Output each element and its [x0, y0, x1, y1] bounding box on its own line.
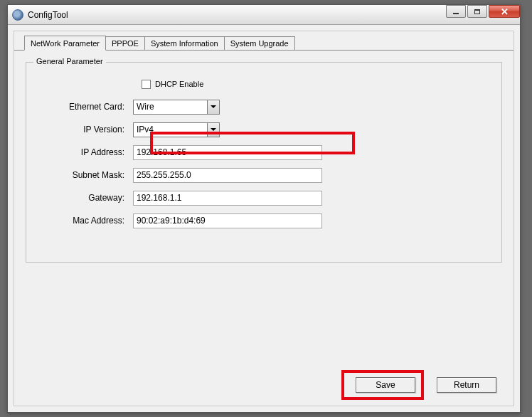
ipaddress-row: IP Address: [41, 141, 487, 164]
ipversion-value: IPv4 [137, 125, 154, 134]
maximize-icon [474, 9, 480, 14]
tab-pppoe[interactable]: PPPOE [106, 36, 145, 50]
dropdown-button[interactable] [207, 100, 219, 114]
mac-row: Mac Address: [41, 209, 487, 232]
chevron-down-icon [211, 105, 216, 108]
tab-label: PPPOE [112, 39, 139, 48]
minimize-icon [453, 13, 459, 14]
ethernet-label: Ethernet Card: [41, 102, 133, 112]
client-area: NetWork Parameter PPPOE System Informati… [14, 31, 514, 406]
app-window: ConfigTool ✕ NetWork Parameter PPPOE Sys… [7, 4, 521, 413]
mac-label: Mac Address: [41, 216, 133, 226]
gateway-label: Gateway: [41, 193, 133, 203]
tab-label: NetWork Parameter [31, 39, 100, 48]
close-icon: ✕ [501, 7, 509, 16]
dhcp-row: DHCP Enable [142, 75, 487, 93]
ipversion-label: IP Version: [41, 125, 133, 134]
minimize-button[interactable] [446, 5, 466, 18]
gateway-input[interactable] [133, 191, 322, 206]
return-label: Return [454, 380, 479, 390]
ipaddress-label: IP Address: [41, 147, 133, 157]
tab-label: System Upgrade [230, 39, 289, 48]
dropdown-button[interactable] [207, 123, 219, 137]
chevron-down-icon [211, 128, 216, 131]
ethernet-select[interactable]: Wire [133, 100, 220, 115]
dhcp-label: DHCP Enable [155, 80, 203, 88]
mac-input[interactable] [133, 213, 322, 228]
tab-system-upgrade[interactable]: System Upgrade [225, 36, 295, 50]
ipaddress-input[interactable] [133, 145, 322, 160]
subnet-label: Subnet Mask: [41, 170, 133, 180]
groupbox-title: General Parameter [33, 57, 106, 65]
general-parameter-group: General Parameter DHCP Enable Ethernet C… [26, 62, 502, 263]
window-title: ConfigTool [28, 10, 68, 20]
tab-network-parameter[interactable]: NetWork Parameter [24, 36, 106, 51]
window-controls: ✕ [446, 5, 520, 24]
save-button[interactable]: Save [356, 377, 415, 393]
tab-panel: General Parameter DHCP Enable Ethernet C… [14, 50, 514, 407]
form: DHCP Enable Ethernet Card: Wire IP Versi… [41, 75, 487, 232]
button-row: Save Return [356, 377, 496, 393]
close-button[interactable]: ✕ [489, 5, 520, 18]
tabstrip: NetWork Parameter PPPOE System Informati… [14, 31, 514, 50]
gateway-row: Gateway: [41, 186, 487, 209]
ipversion-row: IP Version: IPv4 [41, 118, 487, 141]
return-button[interactable]: Return [437, 377, 496, 393]
titlebar[interactable]: ConfigTool ✕ [8, 5, 520, 25]
tab-system-information[interactable]: System Information [145, 36, 225, 50]
ipversion-select[interactable]: IPv4 [133, 122, 220, 137]
maximize-button[interactable] [467, 5, 487, 18]
tab-label: System Information [151, 39, 218, 48]
ethernet-row: Ethernet Card: Wire [41, 95, 487, 118]
save-label: Save [376, 380, 395, 390]
app-icon [12, 9, 23, 21]
dhcp-checkbox[interactable] [142, 80, 151, 89]
ethernet-value: Wire [137, 102, 154, 112]
subnet-input[interactable] [133, 168, 322, 183]
subnet-row: Subnet Mask: [41, 164, 487, 186]
